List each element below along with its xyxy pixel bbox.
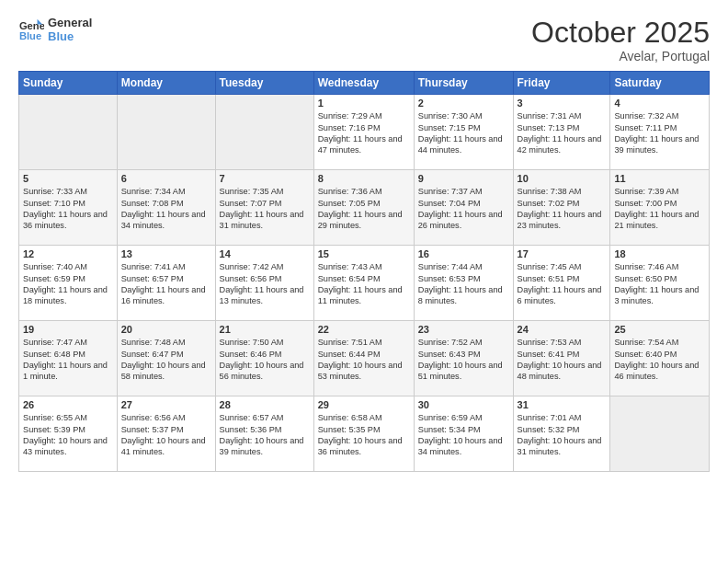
day-number: 19 [23, 324, 113, 335]
calendar-week-row: 26Sunrise: 6:55 AM Sunset: 5:39 PM Dayli… [19, 396, 710, 472]
table-row: 14Sunrise: 7:42 AM Sunset: 6:56 PM Dayli… [215, 246, 313, 321]
day-info: Sunrise: 7:37 AM Sunset: 7:04 PM Dayligh… [418, 186, 509, 232]
day-number: 24 [518, 324, 607, 335]
table-row: 13Sunrise: 7:41 AM Sunset: 6:57 PM Dayli… [117, 246, 215, 321]
table-row: 7Sunrise: 7:35 AM Sunset: 7:07 PM Daylig… [215, 170, 313, 246]
day-info: Sunrise: 7:29 AM Sunset: 7:16 PM Dayligh… [318, 110, 410, 156]
day-info: Sunrise: 7:48 AM Sunset: 6:47 PM Dayligh… [121, 337, 211, 383]
day-number: 3 [518, 98, 607, 109]
table-row [117, 95, 215, 170]
day-info: Sunrise: 7:47 AM Sunset: 6:48 PM Dayligh… [23, 337, 113, 383]
day-number: 20 [121, 324, 211, 335]
day-number: 4 [614, 98, 705, 109]
day-info: Sunrise: 7:45 AM Sunset: 6:51 PM Dayligh… [518, 261, 607, 307]
col-monday: Monday [117, 72, 215, 95]
svg-text:Blue: Blue [19, 30, 41, 41]
calendar-table: Sunday Monday Tuesday Wednesday Thursday… [18, 71, 710, 472]
table-row: 2Sunrise: 7:30 AM Sunset: 7:15 PM Daylig… [414, 95, 513, 170]
day-info: Sunrise: 7:41 AM Sunset: 6:57 PM Dayligh… [121, 261, 211, 307]
table-row: 18Sunrise: 7:46 AM Sunset: 6:50 PM Dayli… [610, 246, 710, 321]
table-row: 1Sunrise: 7:29 AM Sunset: 7:16 PM Daylig… [313, 95, 414, 170]
day-number: 2 [418, 98, 509, 109]
table-row: 20Sunrise: 7:48 AM Sunset: 6:47 PM Dayli… [117, 321, 215, 396]
table-row: 25Sunrise: 7:54 AM Sunset: 6:40 PM Dayli… [610, 321, 710, 396]
table-row: 22Sunrise: 7:51 AM Sunset: 6:44 PM Dayli… [313, 321, 414, 396]
day-number: 1 [318, 98, 410, 109]
day-info: Sunrise: 7:43 AM Sunset: 6:54 PM Dayligh… [318, 261, 410, 307]
table-row: 16Sunrise: 7:44 AM Sunset: 6:53 PM Dayli… [414, 246, 513, 321]
day-info: Sunrise: 7:36 AM Sunset: 7:05 PM Dayligh… [318, 186, 410, 232]
col-sunday: Sunday [19, 72, 118, 95]
table-row: 31Sunrise: 7:01 AM Sunset: 5:32 PM Dayli… [513, 396, 610, 472]
table-row [215, 95, 313, 170]
month-title: October 2025 [531, 17, 710, 49]
logo-icon: General Blue [18, 17, 44, 43]
day-info: Sunrise: 7:50 AM Sunset: 6:46 PM Dayligh… [220, 337, 310, 383]
table-row: 29Sunrise: 6:58 AM Sunset: 5:35 PM Dayli… [313, 396, 414, 472]
day-info: Sunrise: 6:59 AM Sunset: 5:34 PM Dayligh… [418, 412, 509, 458]
table-row: 27Sunrise: 6:56 AM Sunset: 5:37 PM Dayli… [117, 396, 215, 472]
day-info: Sunrise: 7:35 AM Sunset: 7:07 PM Dayligh… [220, 186, 310, 232]
day-number: 10 [518, 173, 607, 184]
day-info: Sunrise: 7:42 AM Sunset: 6:56 PM Dayligh… [220, 261, 310, 307]
table-row: 19Sunrise: 7:47 AM Sunset: 6:48 PM Dayli… [19, 321, 118, 396]
col-saturday: Saturday [610, 72, 710, 95]
day-info: Sunrise: 6:55 AM Sunset: 5:39 PM Dayligh… [23, 412, 113, 458]
logo: General Blue General Blue [18, 17, 92, 44]
table-row: 15Sunrise: 7:43 AM Sunset: 6:54 PM Dayli… [313, 246, 414, 321]
logo-line1: General [48, 17, 92, 30]
day-number: 30 [418, 399, 509, 410]
table-row: 5Sunrise: 7:33 AM Sunset: 7:10 PM Daylig… [19, 170, 118, 246]
day-info: Sunrise: 7:46 AM Sunset: 6:50 PM Dayligh… [614, 261, 705, 307]
day-number: 31 [518, 399, 607, 410]
day-number: 28 [220, 399, 310, 410]
table-row [610, 396, 710, 472]
day-info: Sunrise: 6:58 AM Sunset: 5:35 PM Dayligh… [318, 412, 410, 458]
day-number: 29 [318, 399, 410, 410]
day-number: 16 [418, 248, 509, 259]
day-info: Sunrise: 7:51 AM Sunset: 6:44 PM Dayligh… [318, 337, 410, 383]
col-thursday: Thursday [414, 72, 513, 95]
calendar-page: General Blue General Blue October 2025 A… [0, 0, 728, 563]
calendar-header-row: Sunday Monday Tuesday Wednesday Thursday… [19, 72, 710, 95]
table-row: 30Sunrise: 6:59 AM Sunset: 5:34 PM Dayli… [414, 396, 513, 472]
calendar-week-row: 5Sunrise: 7:33 AM Sunset: 7:10 PM Daylig… [19, 170, 710, 246]
calendar-week-row: 19Sunrise: 7:47 AM Sunset: 6:48 PM Dayli… [19, 321, 710, 396]
calendar-week-row: 12Sunrise: 7:40 AM Sunset: 6:59 PM Dayli… [19, 246, 710, 321]
day-info: Sunrise: 7:54 AM Sunset: 6:40 PM Dayligh… [614, 337, 705, 383]
location-subtitle: Avelar, Portugal [531, 49, 710, 63]
table-row: 10Sunrise: 7:38 AM Sunset: 7:02 PM Dayli… [513, 170, 610, 246]
header: General Blue General Blue October 2025 A… [18, 17, 710, 63]
table-row: 28Sunrise: 6:57 AM Sunset: 5:36 PM Dayli… [215, 396, 313, 472]
day-info: Sunrise: 7:39 AM Sunset: 7:00 PM Dayligh… [614, 186, 705, 232]
table-row: 23Sunrise: 7:52 AM Sunset: 6:43 PM Dayli… [414, 321, 513, 396]
logo-line2: Blue [48, 30, 92, 44]
day-info: Sunrise: 7:53 AM Sunset: 6:41 PM Dayligh… [518, 337, 607, 383]
day-info: Sunrise: 7:38 AM Sunset: 7:02 PM Dayligh… [518, 186, 607, 232]
svg-text:General: General [19, 20, 44, 31]
table-row: 8Sunrise: 7:36 AM Sunset: 7:05 PM Daylig… [313, 170, 414, 246]
table-row: 17Sunrise: 7:45 AM Sunset: 6:51 PM Dayli… [513, 246, 610, 321]
day-number: 11 [614, 173, 705, 184]
table-row: 11Sunrise: 7:39 AM Sunset: 7:00 PM Dayli… [610, 170, 710, 246]
day-info: Sunrise: 7:34 AM Sunset: 7:08 PM Dayligh… [121, 186, 211, 232]
calendar-week-row: 1Sunrise: 7:29 AM Sunset: 7:16 PM Daylig… [19, 95, 710, 170]
table-row: 12Sunrise: 7:40 AM Sunset: 6:59 PM Dayli… [19, 246, 118, 321]
day-info: Sunrise: 7:30 AM Sunset: 7:15 PM Dayligh… [418, 110, 509, 156]
table-row: 4Sunrise: 7:32 AM Sunset: 7:11 PM Daylig… [610, 95, 710, 170]
day-number: 8 [318, 173, 410, 184]
col-friday: Friday [513, 72, 610, 95]
day-number: 7 [220, 173, 310, 184]
day-number: 21 [220, 324, 310, 335]
day-info: Sunrise: 7:33 AM Sunset: 7:10 PM Dayligh… [23, 186, 113, 232]
day-number: 25 [614, 324, 705, 335]
col-tuesday: Tuesday [215, 72, 313, 95]
day-number: 17 [518, 248, 607, 259]
title-block: October 2025 Avelar, Portugal [531, 17, 710, 63]
day-number: 22 [318, 324, 410, 335]
day-number: 12 [23, 248, 113, 259]
day-info: Sunrise: 7:32 AM Sunset: 7:11 PM Dayligh… [614, 110, 705, 156]
day-number: 15 [318, 248, 410, 259]
table-row: 21Sunrise: 7:50 AM Sunset: 6:46 PM Dayli… [215, 321, 313, 396]
day-number: 13 [121, 248, 211, 259]
